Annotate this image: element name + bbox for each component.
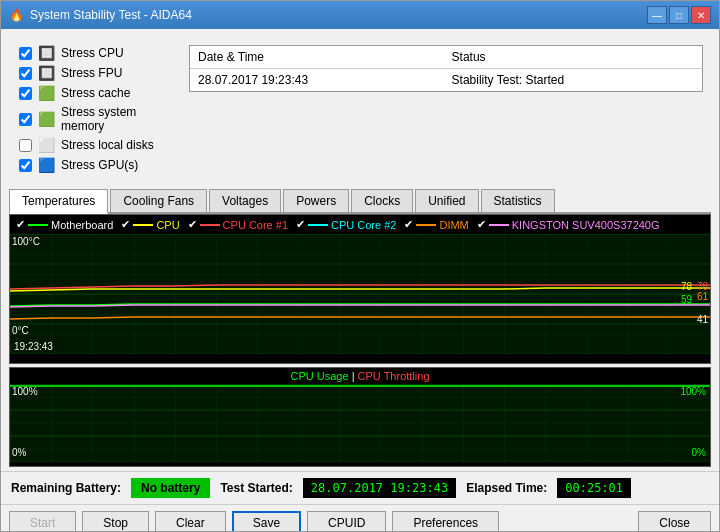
legend-core2-label: CPU Core #2	[331, 219, 396, 231]
right-val-61: 61	[697, 291, 708, 302]
stress-memory-label: Stress system memory	[61, 105, 169, 133]
legend-dimm: ✔ DIMM	[404, 218, 468, 231]
top-section: 🔲 Stress CPU 🔲 Stress FPU 🟩 Stress cache…	[1, 29, 719, 189]
chart-top-legend: ✔ Motherboard ✔ CPU ✔ CPU Core #1	[10, 215, 710, 234]
tab-clocks[interactable]: Clocks	[351, 189, 413, 212]
legend-kingston: ✔ KINGSTON SUV400S37240G	[477, 218, 660, 231]
elapsed-label: Elapsed Time:	[466, 481, 547, 495]
legend-motherboard: ✔ Motherboard	[16, 218, 113, 231]
legend-cpu: ✔ CPU	[121, 218, 179, 231]
tab-cooling-fans[interactable]: Cooling Fans	[110, 189, 207, 212]
cpu-usage-chart: CPU Usage | CPU Throttling	[9, 367, 711, 467]
clear-button[interactable]: Clear	[155, 511, 226, 531]
legend-core1-label: CPU Core #1	[223, 219, 288, 231]
tab-statistics[interactable]: Statistics	[481, 189, 555, 212]
stress-cpu-row: 🔲 Stress CPU	[19, 45, 169, 61]
legend-motherboard-label: Motherboard	[51, 219, 113, 231]
legend-cpu-label: CPU	[156, 219, 179, 231]
title-bar: 🔥 System Stability Test - AIDA64 — □ ✕	[1, 1, 719, 29]
y-max-temp: 100°C	[12, 236, 40, 247]
tab-bar: Temperatures Cooling Fans Voltages Power…	[9, 189, 711, 214]
battery-label: Remaining Battery:	[11, 481, 121, 495]
stress-gpu-checkbox[interactable]	[19, 159, 32, 172]
cpu-chart-area: 100% 0% 100% 0%	[10, 384, 710, 462]
cpu-throttling-title: CPU Throttling	[358, 370, 430, 382]
stress-gpu-row: 🟦 Stress GPU(s)	[19, 157, 169, 173]
start-button[interactable]: Start	[9, 511, 76, 531]
minimize-button[interactable]: —	[647, 6, 667, 24]
stress-cache-row: 🟩 Stress cache	[19, 85, 169, 101]
stress-fpu-label: Stress FPU	[61, 66, 122, 80]
legend-core2: ✔ CPU Core #2	[296, 218, 396, 231]
save-button[interactable]: Save	[232, 511, 301, 531]
y-max-cpu: 100%	[12, 386, 38, 397]
battery-value: No battery	[131, 478, 210, 498]
title-bar-left: 🔥 System Stability Test - AIDA64	[9, 8, 192, 22]
status-datetime: 28.07.2017 19:23:43	[190, 69, 444, 92]
stress-memory-row: 🟩 Stress system memory	[19, 105, 169, 133]
tab-temperatures[interactable]: Temperatures	[9, 189, 108, 214]
cpu-chart-title-bar: CPU Usage | CPU Throttling	[10, 368, 710, 384]
maximize-button[interactable]: □	[669, 6, 689, 24]
preferences-button[interactable]: Preferences	[392, 511, 499, 531]
cpuid-button[interactable]: CPUID	[307, 511, 386, 531]
window-icon: 🔥	[9, 8, 24, 22]
stress-options-panel: 🔲 Stress CPU 🔲 Stress FPU 🟩 Stress cache…	[9, 37, 179, 185]
tab-powers[interactable]: Powers	[283, 189, 349, 212]
bottom-info-bar: Remaining Battery: No battery Test Start…	[1, 471, 719, 504]
y-min-temp: 0°C	[12, 325, 29, 336]
temperature-chart: ✔ Motherboard ✔ CPU ✔ CPU Core #1	[9, 214, 711, 364]
test-started-label: Test Started:	[220, 481, 292, 495]
stress-fpu-row: 🔲 Stress FPU	[19, 65, 169, 81]
legend-dimm-label: DIMM	[439, 219, 468, 231]
temperature-chart-svg	[10, 234, 710, 354]
stress-disks-row: ⬜ Stress local disks	[19, 137, 169, 153]
legend-kingston-label: KINGSTON SUV400S37240G	[512, 219, 660, 231]
tab-unified[interactable]: Unified	[415, 189, 478, 212]
status-row: 28.07.2017 19:23:43 Stability Test: Star…	[190, 69, 702, 92]
window-close-button[interactable]: ✕	[691, 6, 711, 24]
status-text: Stability Test: Started	[444, 69, 702, 92]
temperature-chart-area: 100°C 0°C 19:23:43 78 78 61 59 41	[10, 234, 710, 354]
stress-cache-checkbox[interactable]	[19, 87, 32, 100]
stress-cache-label: Stress cache	[61, 86, 130, 100]
charts-section: Temperatures Cooling Fans Voltages Power…	[1, 189, 719, 471]
test-started-value: 28.07.2017 19:23:43	[303, 478, 456, 498]
cpu-usage-title: CPU Usage	[291, 370, 349, 382]
window-title: System Stability Test - AIDA64	[30, 8, 192, 22]
right-val-100pct: 100%	[680, 386, 706, 397]
right-val-41: 41	[697, 314, 708, 325]
main-window: 🔥 System Stability Test - AIDA64 — □ ✕ 🔲…	[0, 0, 720, 532]
button-bar: Start Stop Clear Save CPUID Preferences …	[1, 504, 719, 531]
right-val-0pct: 0%	[692, 447, 706, 458]
stress-cpu-checkbox[interactable]	[19, 47, 32, 60]
svg-rect-6	[10, 384, 710, 462]
right-val-78b: 78	[681, 281, 692, 292]
stress-disks-label: Stress local disks	[61, 138, 154, 152]
legend-core1: ✔ CPU Core #1	[188, 218, 288, 231]
main-body: 🔲 Stress CPU 🔲 Stress FPU 🟩 Stress cache…	[1, 29, 719, 531]
elapsed-value: 00:25:01	[557, 478, 631, 498]
status-header: Status	[444, 46, 702, 69]
status-table: Date & Time Status 28.07.2017 19:23:43 S…	[189, 45, 703, 92]
cpu-chart-svg	[10, 384, 710, 462]
stress-disks-checkbox[interactable]	[19, 139, 32, 152]
status-panel: Date & Time Status 28.07.2017 19:23:43 S…	[189, 37, 711, 185]
right-val-59: 59	[681, 294, 692, 305]
stress-memory-checkbox[interactable]	[19, 113, 32, 126]
stop-button[interactable]: Stop	[82, 511, 149, 531]
tab-voltages[interactable]: Voltages	[209, 189, 281, 212]
stress-gpu-label: Stress GPU(s)	[61, 158, 138, 172]
y-min-cpu: 0%	[12, 447, 26, 458]
title-controls: — □ ✕	[647, 6, 711, 24]
stress-fpu-checkbox[interactable]	[19, 67, 32, 80]
stress-cpu-label: Stress CPU	[61, 46, 124, 60]
close-button[interactable]: Close	[638, 511, 711, 531]
x-label-temp: 19:23:43	[14, 341, 53, 352]
datetime-header: Date & Time	[190, 46, 444, 69]
